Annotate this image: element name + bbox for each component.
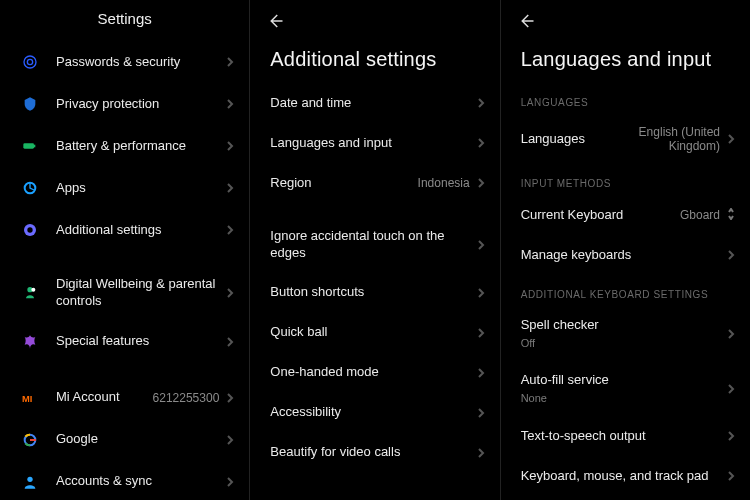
item-label: Beautify for video calls <box>270 444 475 461</box>
item-label: Quick ball <box>270 324 475 341</box>
additional-settings-panel: Additional settings Date and timeLanguag… <box>250 0 500 500</box>
chevron-right-icon <box>476 444 486 462</box>
sort-icon <box>726 206 736 224</box>
section-header-input-methods: INPUT METHODS <box>501 164 750 195</box>
list-item[interactable]: Digital Wellbeing & parental controls <box>0 265 249 321</box>
chevron-right-icon <box>225 431 235 449</box>
list-item[interactable]: Battery & performance <box>0 125 249 167</box>
chevron-right-icon <box>225 333 235 351</box>
mi-icon: MI <box>20 388 40 408</box>
list-item[interactable]: Privacy protection <box>0 83 249 125</box>
list-item[interactable]: Special features <box>0 321 249 363</box>
divider <box>250 203 499 217</box>
item-label: Manage keyboards <box>521 247 726 264</box>
wellbeing-icon <box>20 283 40 303</box>
list-item[interactable]: RegionIndonesia <box>250 163 499 203</box>
list-item[interactable]: Quick ball <box>250 313 499 353</box>
chevron-right-icon <box>476 134 486 152</box>
item-label: Additional settings <box>56 222 225 239</box>
item-label: Accounts & sync <box>56 473 225 490</box>
chevron-right-icon <box>476 174 486 192</box>
chevron-right-icon <box>476 324 486 342</box>
item-label: Spell checkerOff <box>521 317 726 350</box>
list-item[interactable]: Date and time <box>250 83 499 123</box>
chevron-right-icon <box>225 179 235 197</box>
list-item[interactable]: Manage keyboards <box>501 235 750 275</box>
list-item[interactable]: Keyboard, mouse, and track pad <box>501 456 750 496</box>
special-icon <box>20 332 40 352</box>
svg-point-8 <box>31 288 35 292</box>
chevron-right-icon <box>225 95 235 113</box>
settings-list: Current KeyboardGboardManage keyboards <box>501 195 750 275</box>
item-label: Region <box>270 175 417 192</box>
list-item[interactable]: LanguagesEnglish (United Kingdom) <box>501 114 750 164</box>
settings-list: Passwords & securityPrivacy protectionBa… <box>0 41 249 251</box>
chevron-right-icon <box>726 246 736 264</box>
chevron-right-icon <box>225 284 235 302</box>
list-item[interactable]: Spell checkerOff <box>501 306 750 361</box>
settings-list: LanguagesEnglish (United Kingdom) <box>501 114 750 164</box>
list-item[interactable]: Additional settings <box>0 209 249 251</box>
list-item[interactable]: Enterprise mode <box>250 487 499 500</box>
item-label: Mi Account <box>56 389 153 406</box>
battery-icon <box>20 136 40 156</box>
svg-point-0 <box>24 56 36 68</box>
list-item[interactable]: Languages and input <box>250 123 499 163</box>
section-header-additional: ADDITIONAL KEYBOARD SETTINGS <box>501 275 750 306</box>
arrow-left-icon <box>517 12 535 30</box>
list-item[interactable]: Text-to-speech output <box>501 416 750 456</box>
list-item[interactable]: Auto-fill serviceNone <box>501 361 750 416</box>
chevron-right-icon <box>476 236 486 254</box>
item-value: Indonesia <box>418 176 470 190</box>
divider <box>250 473 499 487</box>
svg-point-6 <box>27 227 32 232</box>
list-item[interactable]: One-handed mode <box>250 353 499 393</box>
svg-point-1 <box>27 59 32 64</box>
list-item[interactable]: Current KeyboardGboard <box>501 195 750 235</box>
settings-list: Ignore accidental touch on the edgesButt… <box>250 217 499 473</box>
chevron-right-icon <box>726 325 736 343</box>
item-value: 6212255300 <box>153 391 220 405</box>
item-label: Auto-fill serviceNone <box>521 372 726 405</box>
settings-list: Spell checkerOffAuto-fill serviceNoneTex… <box>501 306 750 496</box>
section-header-languages: LANGUAGES <box>501 83 750 114</box>
back-button[interactable] <box>501 0 551 38</box>
item-label: Privacy protection <box>56 96 225 113</box>
chevron-right-icon <box>476 284 486 302</box>
list-item[interactable]: Ignore accidental touch on the edges <box>250 217 499 273</box>
list-item[interactable]: Accounts & sync <box>0 461 249 500</box>
list-item[interactable]: Accessibility <box>250 393 499 433</box>
settings-list: MIMi Account6212255300GoogleAccounts & s… <box>0 377 249 500</box>
settings-list: Digital Wellbeing & parental controlsSpe… <box>0 265 249 363</box>
list-item[interactable]: Button shortcuts <box>250 273 499 313</box>
back-button[interactable] <box>250 0 300 38</box>
account-icon <box>20 472 40 492</box>
shield-icon <box>20 52 40 72</box>
chevron-right-icon <box>726 380 736 398</box>
page-title: Additional settings <box>270 48 479 71</box>
chevron-right-icon <box>225 137 235 155</box>
chevron-right-icon <box>225 53 235 71</box>
item-label: Accessibility <box>270 404 475 421</box>
item-label: Keyboard, mouse, and track pad <box>521 468 726 485</box>
apps-icon <box>20 178 40 198</box>
svg-rect-3 <box>34 145 35 148</box>
item-value: Gboard <box>680 208 720 222</box>
chevron-right-icon <box>476 364 486 382</box>
list-item[interactable]: Google <box>0 419 249 461</box>
item-label: Ignore accidental touch on the edges <box>270 228 475 262</box>
toggles-icon <box>20 220 40 240</box>
svg-point-11 <box>27 476 32 481</box>
chevron-right-icon <box>225 389 235 407</box>
list-item[interactable]: Beautify for video calls <box>250 433 499 473</box>
chevron-right-icon <box>225 221 235 239</box>
privacy-icon <box>20 94 40 114</box>
list-item[interactable]: Passwords & security <box>0 41 249 83</box>
list-item[interactable]: Apps <box>0 167 249 209</box>
chevron-right-icon <box>726 467 736 485</box>
item-sublabel: Off <box>521 336 726 350</box>
page-title: Languages and input <box>521 48 730 71</box>
svg-rect-2 <box>23 143 34 148</box>
list-item[interactable]: MIMi Account6212255300 <box>0 377 249 419</box>
google-icon <box>20 430 40 450</box>
